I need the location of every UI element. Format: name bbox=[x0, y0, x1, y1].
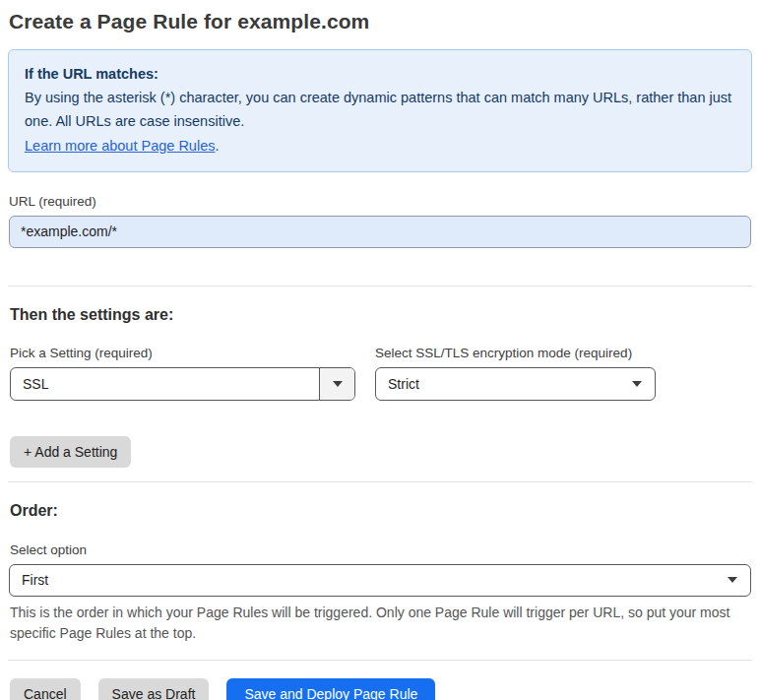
pick-setting-group: Pick a Setting (required) SSL bbox=[10, 346, 355, 401]
url-field-group: URL (required) bbox=[9, 194, 751, 248]
link-period: . bbox=[215, 138, 219, 154]
info-box-link-line: Learn more about Page Rules. bbox=[25, 134, 735, 158]
cancel-button[interactable]: Cancel bbox=[10, 678, 81, 700]
caret-shape bbox=[333, 381, 343, 387]
order-select-value: First bbox=[10, 572, 715, 588]
order-select-group: Select option bbox=[10, 542, 752, 557]
info-box-body: By using the asterisk (*) character, you… bbox=[25, 86, 733, 133]
divider bbox=[8, 660, 752, 661]
order-section-heading: Order: bbox=[10, 502, 752, 520]
save-deploy-button[interactable]: Save and Deploy Page Rule bbox=[226, 678, 435, 700]
ssl-mode-select[interactable]: Strict bbox=[375, 367, 656, 401]
url-field-label: URL (required) bbox=[9, 194, 751, 209]
chevron-down-icon bbox=[715, 577, 750, 583]
ssl-mode-group: Select SSL/TLS encryption mode (required… bbox=[375, 346, 656, 401]
order-helper-text: This is the order in which your Page Rul… bbox=[10, 603, 743, 644]
page-title: Create a Page Rule for example.com bbox=[9, 10, 752, 33]
caret-shape bbox=[632, 381, 642, 387]
pick-setting-select[interactable]: SSL bbox=[10, 367, 355, 401]
add-setting-wrap: + Add a Setting bbox=[10, 436, 752, 468]
chevron-down-icon[interactable] bbox=[319, 368, 354, 400]
create-page-rule-form: Create a Page Rule for example.com If th… bbox=[0, 0, 760, 700]
ssl-mode-value: Strict bbox=[376, 376, 619, 392]
order-select[interactable]: First bbox=[9, 564, 751, 597]
learn-more-link[interactable]: Learn more about Page Rules bbox=[25, 138, 215, 154]
ssl-mode-label: Select SSL/TLS encryption mode (required… bbox=[375, 346, 656, 360]
divider bbox=[8, 286, 752, 286]
pick-setting-label: Pick a Setting (required) bbox=[10, 346, 355, 360]
url-input[interactable] bbox=[9, 216, 751, 248]
pick-setting-value: SSL bbox=[11, 376, 319, 392]
footer-buttons: Cancel Save as Draft Save and Deploy Pag… bbox=[10, 678, 752, 700]
divider bbox=[8, 481, 752, 482]
info-box-heading: If the URL matches: bbox=[25, 62, 735, 86]
settings-selects-row: Pick a Setting (required) SSL Select SSL… bbox=[10, 346, 752, 401]
save-draft-button[interactable]: Save as Draft bbox=[98, 678, 210, 700]
add-setting-button[interactable]: + Add a Setting bbox=[10, 436, 131, 468]
url-match-info-box: If the URL matches: By using the asteris… bbox=[8, 49, 752, 172]
order-select-label: Select option bbox=[10, 542, 752, 557]
settings-section-heading: Then the settings are: bbox=[10, 306, 752, 324]
chevron-down-icon bbox=[619, 381, 655, 387]
caret-shape bbox=[728, 577, 737, 583]
order-select-wrap: First bbox=[9, 564, 751, 597]
